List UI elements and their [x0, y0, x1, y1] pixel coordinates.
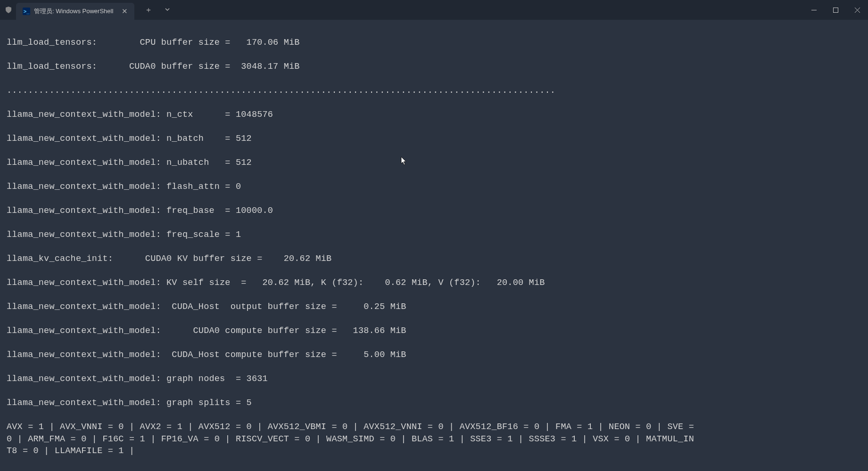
output-line: llama_new_context_with_model: freq_base … — [7, 205, 861, 217]
shield-icon — [5, 6, 12, 14]
output-line: llama_kv_cache_init: CUDA0 KV buffer siz… — [7, 253, 861, 265]
output-line: llama_new_context_with_model: CUDA_Host … — [7, 301, 861, 313]
window-titlebar: >_ 管理员: Windows PowerShell ✕ ＋ — [0, 0, 868, 20]
output-line: llama_new_context_with_model: n_batch = … — [7, 133, 861, 145]
output-line: llama_new_context_with_model: CUDA0 comp… — [7, 325, 861, 337]
output-line: llama_new_context_with_model: n_ubatch =… — [7, 157, 861, 169]
maximize-button[interactable] — [825, 0, 846, 20]
window-controls — [803, 0, 868, 20]
output-line: llama_new_context_with_model: n_ctx = 10… — [7, 109, 861, 121]
terminal-tab[interactable]: >_ 管理员: Windows PowerShell ✕ — [16, 3, 134, 20]
terminal-output[interactable]: llm_load_tensors: CPU buffer size = 170.… — [0, 20, 868, 471]
tab-close-button[interactable]: ✕ — [122, 7, 128, 16]
close-button[interactable] — [846, 0, 868, 20]
output-line: llama_new_context_with_model: flash_attn… — [7, 181, 861, 193]
output-line: llama_new_context_with_model: CUDA_Host … — [7, 349, 861, 361]
output-line: AVX = 1 | AVX_VNNI = 0 | AVX2 = 1 | AVX5… — [7, 421, 695, 457]
output-line: llm_load_tensors: CPU buffer size = 170.… — [7, 37, 861, 49]
tab-actions: ＋ — [141, 3, 174, 17]
output-line: llama_new_context_with_model: KV self si… — [7, 277, 861, 289]
output-line: Model metadata: {'general.name': 'Rwkv 6… — [7, 469, 695, 471]
new-tab-button[interactable]: ＋ — [141, 3, 156, 17]
output-line: llama_new_context_with_model: graph spli… — [7, 397, 861, 409]
output-line: llama_new_context_with_model: graph node… — [7, 373, 861, 385]
output-line: ........................................… — [7, 85, 861, 97]
powershell-icon: >_ — [23, 8, 30, 15]
output-line: llm_load_tensors: CUDA0 buffer size = 30… — [7, 61, 861, 73]
output-line: llama_new_context_with_model: freq_scale… — [7, 229, 861, 241]
svg-rect-0 — [833, 8, 838, 12]
tab-title: 管理员: Windows PowerShell — [34, 7, 113, 16]
minimize-button[interactable] — [803, 0, 825, 20]
tab-dropdown-button[interactable] — [161, 4, 174, 16]
